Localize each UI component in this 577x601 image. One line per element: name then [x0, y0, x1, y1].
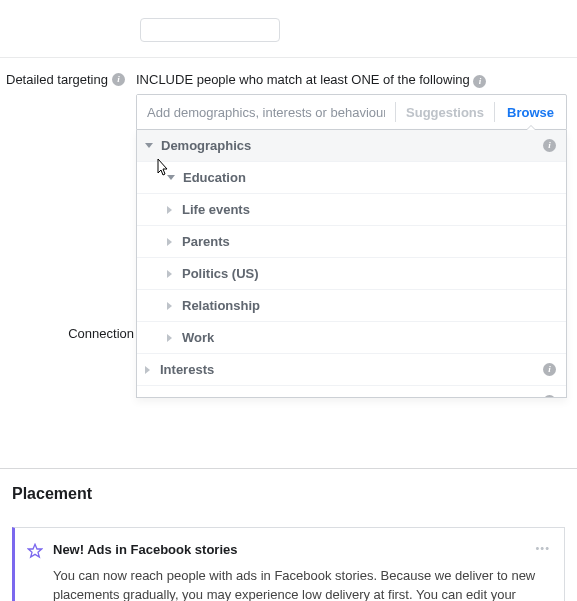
chevron-right-icon [167, 270, 172, 278]
field-label-wrap: Detailed targeting i [6, 72, 136, 87]
chevron-down-icon [145, 143, 153, 148]
detailed-targeting-section: Detailed targeting i INCLUDE people who … [0, 58, 577, 398]
stories-callout: New! Ads in Facebook stories You can now… [12, 527, 565, 601]
info-icon[interactable]: i [112, 73, 125, 86]
chevron-right-icon [167, 238, 172, 246]
category-label: Relationship [182, 298, 260, 313]
category-label: Behaviours [160, 394, 231, 398]
category-row-relationship[interactable]: Relationship [137, 290, 566, 322]
info-icon[interactable]: i [543, 395, 556, 398]
category-label: Politics (US) [182, 266, 259, 281]
targeting-right-col: INCLUDE people who match at least ONE of… [136, 72, 567, 398]
suggestions-button[interactable]: Suggestions [396, 105, 494, 120]
category-row-demographics[interactable]: Demographicsi [137, 130, 566, 162]
detailed-targeting-label: Detailed targeting [6, 72, 108, 87]
star-icon [27, 543, 43, 559]
info-icon[interactable]: i [543, 139, 556, 152]
connections-label: Connection [6, 326, 134, 341]
top-divider [0, 30, 577, 58]
category-label: Parents [182, 234, 230, 249]
browse-button[interactable]: Browse [495, 105, 566, 120]
category-label: Education [183, 170, 246, 185]
info-icon[interactable]: i [543, 363, 556, 376]
category-row-life-events[interactable]: Life events [137, 194, 566, 226]
chevron-down-icon [167, 175, 175, 180]
category-row-politics-us-[interactable]: Politics (US) [137, 258, 566, 290]
more-options-icon[interactable]: ••• [535, 542, 550, 554]
category-label: Interests [160, 362, 214, 377]
targeting-browse-dropdown: DemographicsiEducationLife eventsParents… [136, 130, 567, 398]
preceding-input-stub[interactable] [140, 18, 280, 42]
category-row-interests[interactable]: Interestsi [137, 354, 566, 386]
chevron-right-icon [167, 302, 172, 310]
targeting-search-input[interactable] [137, 95, 395, 129]
chevron-right-icon [145, 366, 150, 374]
info-icon[interactable]: i [473, 75, 486, 88]
callout-body: New! Ads in Facebook stories You can now… [53, 542, 548, 601]
category-row-parents[interactable]: Parents [137, 226, 566, 258]
browse-label: Browse [507, 105, 554, 120]
chevron-right-icon [167, 334, 172, 342]
chevron-right-icon [145, 398, 150, 399]
include-description: INCLUDE people who match at least ONE of… [136, 72, 567, 88]
callout-text: You can now reach people with ads in Fac… [53, 567, 548, 601]
callout-title: New! Ads in Facebook stories [53, 542, 548, 557]
category-row-education[interactable]: Education [137, 162, 566, 194]
svg-marker-0 [28, 544, 41, 557]
category-row-work[interactable]: Work [137, 322, 566, 354]
category-row-behaviours[interactable]: Behavioursi [137, 386, 566, 398]
category-label: Work [182, 330, 214, 345]
placement-section: Placement New! Ads in Facebook stories Y… [0, 469, 577, 601]
category-label: Life events [182, 202, 250, 217]
placement-header: Placement [12, 485, 565, 503]
chevron-right-icon [167, 206, 172, 214]
include-text: INCLUDE people who match at least ONE of… [136, 72, 470, 87]
targeting-search-row: Suggestions Browse [136, 94, 567, 130]
category-label: Demographics [161, 138, 251, 153]
